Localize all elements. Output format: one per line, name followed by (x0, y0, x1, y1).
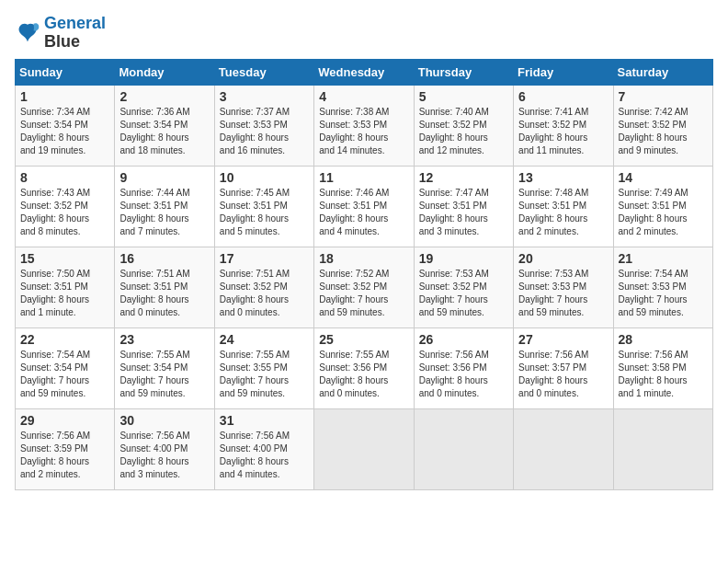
day-info: Sunrise: 7:42 AM Sunset: 3:52 PM Dayligh… (619, 106, 708, 157)
day-info: Sunrise: 7:56 AM Sunset: 4:00 PM Dayligh… (119, 430, 209, 481)
calendar-cell: 13Sunrise: 7:48 AM Sunset: 3:51 PM Dayli… (514, 166, 613, 247)
page-header: General Blue (15, 15, 713, 52)
day-info: Sunrise: 7:56 AM Sunset: 3:58 PM Dayligh… (619, 349, 708, 400)
header-wednesday: Wednesday (314, 59, 414, 85)
day-number: 4 (319, 89, 408, 104)
day-info: Sunrise: 7:56 AM Sunset: 4:00 PM Dayligh… (220, 430, 309, 481)
calendar-cell: 19Sunrise: 7:53 AM Sunset: 3:52 PM Dayli… (414, 247, 513, 327)
day-info: Sunrise: 7:55 AM Sunset: 3:55 PM Dayligh… (220, 349, 309, 400)
calendar-cell: 28Sunrise: 7:56 AM Sunset: 3:58 PM Dayli… (613, 327, 712, 408)
day-info: Sunrise: 7:53 AM Sunset: 3:53 PM Dayligh… (518, 268, 608, 319)
day-info: Sunrise: 7:55 AM Sunset: 3:54 PM Dayligh… (119, 349, 209, 400)
calendar-cell: 1Sunrise: 7:34 AM Sunset: 3:54 PM Daylig… (16, 85, 115, 166)
day-number: 14 (619, 170, 708, 185)
day-number: 12 (419, 170, 508, 185)
day-number: 6 (518, 89, 608, 104)
day-number: 10 (220, 170, 309, 185)
day-number: 25 (319, 332, 408, 347)
calendar-cell: 25Sunrise: 7:55 AM Sunset: 3:56 PM Dayli… (314, 327, 414, 408)
calendar-cell: 17Sunrise: 7:51 AM Sunset: 3:52 PM Dayli… (214, 247, 313, 327)
day-number: 2 (119, 89, 209, 104)
day-info: Sunrise: 7:54 AM Sunset: 3:54 PM Dayligh… (20, 349, 109, 400)
calendar-cell: 11Sunrise: 7:46 AM Sunset: 3:51 PM Dayli… (314, 166, 414, 247)
calendar-cell: 14Sunrise: 7:49 AM Sunset: 3:51 PM Dayli… (613, 166, 712, 247)
day-number: 7 (619, 89, 708, 104)
calendar-cell: 26Sunrise: 7:56 AM Sunset: 3:56 PM Dayli… (414, 327, 513, 408)
day-info: Sunrise: 7:36 AM Sunset: 3:54 PM Dayligh… (119, 106, 209, 157)
day-info: Sunrise: 7:44 AM Sunset: 3:51 PM Dayligh… (119, 187, 209, 238)
day-number: 1 (20, 89, 109, 104)
calendar-table: SundayMondayTuesdayWednesdayThursdayFrid… (15, 59, 713, 490)
day-info: Sunrise: 7:55 AM Sunset: 3:56 PM Dayligh… (319, 349, 408, 400)
logo-text: General Blue (44, 15, 106, 52)
day-info: Sunrise: 7:47 AM Sunset: 3:51 PM Dayligh… (419, 187, 508, 238)
day-info: Sunrise: 7:56 AM Sunset: 3:59 PM Dayligh… (20, 430, 109, 481)
calendar-cell: 24Sunrise: 7:55 AM Sunset: 3:55 PM Dayli… (214, 327, 313, 408)
calendar-week-5: 29Sunrise: 7:56 AM Sunset: 3:59 PM Dayli… (16, 408, 713, 489)
day-info: Sunrise: 7:45 AM Sunset: 3:51 PM Dayligh… (220, 187, 309, 238)
day-number: 23 (119, 332, 209, 347)
header-friday: Friday (514, 59, 613, 85)
calendar-cell: 10Sunrise: 7:45 AM Sunset: 3:51 PM Dayli… (214, 166, 313, 247)
calendar-cell: 18Sunrise: 7:52 AM Sunset: 3:52 PM Dayli… (314, 247, 414, 327)
day-info: Sunrise: 7:40 AM Sunset: 3:52 PM Dayligh… (419, 106, 508, 157)
calendar-week-2: 8Sunrise: 7:43 AM Sunset: 3:52 PM Daylig… (16, 166, 713, 247)
day-info: Sunrise: 7:56 AM Sunset: 3:57 PM Dayligh… (518, 349, 608, 400)
calendar-cell (414, 408, 513, 489)
calendar-cell: 5Sunrise: 7:40 AM Sunset: 3:52 PM Daylig… (414, 85, 513, 166)
day-info: Sunrise: 7:54 AM Sunset: 3:53 PM Dayligh… (619, 268, 708, 319)
calendar-week-4: 22Sunrise: 7:54 AM Sunset: 3:54 PM Dayli… (16, 327, 713, 408)
calendar-cell (613, 408, 712, 489)
day-info: Sunrise: 7:51 AM Sunset: 3:51 PM Dayligh… (119, 268, 209, 319)
day-number: 18 (319, 251, 408, 266)
day-number: 26 (419, 332, 508, 347)
calendar-cell: 2Sunrise: 7:36 AM Sunset: 3:54 PM Daylig… (115, 85, 214, 166)
day-number: 28 (619, 332, 708, 347)
day-number: 24 (220, 332, 309, 347)
calendar-cell: 22Sunrise: 7:54 AM Sunset: 3:54 PM Dayli… (16, 327, 115, 408)
day-number: 15 (20, 251, 109, 266)
calendar-cell: 27Sunrise: 7:56 AM Sunset: 3:57 PM Dayli… (514, 327, 613, 408)
calendar-week-3: 15Sunrise: 7:50 AM Sunset: 3:51 PM Dayli… (16, 247, 713, 327)
calendar-header-row: SundayMondayTuesdayWednesdayThursdayFrid… (16, 59, 713, 85)
calendar-cell: 12Sunrise: 7:47 AM Sunset: 3:51 PM Dayli… (414, 166, 513, 247)
calendar-cell: 8Sunrise: 7:43 AM Sunset: 3:52 PM Daylig… (16, 166, 115, 247)
calendar-cell: 29Sunrise: 7:56 AM Sunset: 3:59 PM Dayli… (16, 408, 115, 489)
day-number: 13 (518, 170, 608, 185)
calendar-cell (514, 408, 613, 489)
day-number: 20 (518, 251, 608, 266)
logo: General Blue (15, 15, 106, 52)
day-number: 9 (119, 170, 209, 185)
calendar-cell: 16Sunrise: 7:51 AM Sunset: 3:51 PM Dayli… (115, 247, 214, 327)
logo-icon (15, 20, 40, 46)
day-number: 3 (220, 89, 309, 104)
calendar-cell: 30Sunrise: 7:56 AM Sunset: 4:00 PM Dayli… (115, 408, 214, 489)
header-sunday: Sunday (16, 59, 115, 85)
calendar-cell (314, 408, 414, 489)
calendar-cell: 23Sunrise: 7:55 AM Sunset: 3:54 PM Dayli… (115, 327, 214, 408)
day-number: 21 (619, 251, 708, 266)
header-saturday: Saturday (613, 59, 712, 85)
day-info: Sunrise: 7:52 AM Sunset: 3:52 PM Dayligh… (319, 268, 408, 319)
day-number: 27 (518, 332, 608, 347)
calendar-cell: 15Sunrise: 7:50 AM Sunset: 3:51 PM Dayli… (16, 247, 115, 327)
calendar-cell: 21Sunrise: 7:54 AM Sunset: 3:53 PM Dayli… (613, 247, 712, 327)
day-number: 31 (220, 413, 309, 428)
day-info: Sunrise: 7:41 AM Sunset: 3:52 PM Dayligh… (518, 106, 608, 157)
day-info: Sunrise: 7:43 AM Sunset: 3:52 PM Dayligh… (20, 187, 109, 238)
day-number: 11 (319, 170, 408, 185)
day-info: Sunrise: 7:37 AM Sunset: 3:53 PM Dayligh… (220, 106, 309, 157)
day-info: Sunrise: 7:50 AM Sunset: 3:51 PM Dayligh… (20, 268, 109, 319)
day-info: Sunrise: 7:34 AM Sunset: 3:54 PM Dayligh… (20, 106, 109, 157)
calendar-cell: 20Sunrise: 7:53 AM Sunset: 3:53 PM Dayli… (514, 247, 613, 327)
day-number: 29 (20, 413, 109, 428)
day-number: 19 (419, 251, 508, 266)
day-info: Sunrise: 7:53 AM Sunset: 3:52 PM Dayligh… (419, 268, 508, 319)
day-number: 30 (119, 413, 209, 428)
day-info: Sunrise: 7:56 AM Sunset: 3:56 PM Dayligh… (419, 349, 508, 400)
calendar-cell: 4Sunrise: 7:38 AM Sunset: 3:53 PM Daylig… (314, 85, 414, 166)
header-tuesday: Tuesday (214, 59, 313, 85)
day-number: 22 (20, 332, 109, 347)
calendar-cell: 31Sunrise: 7:56 AM Sunset: 4:00 PM Dayli… (214, 408, 313, 489)
day-info: Sunrise: 7:51 AM Sunset: 3:52 PM Dayligh… (220, 268, 309, 319)
